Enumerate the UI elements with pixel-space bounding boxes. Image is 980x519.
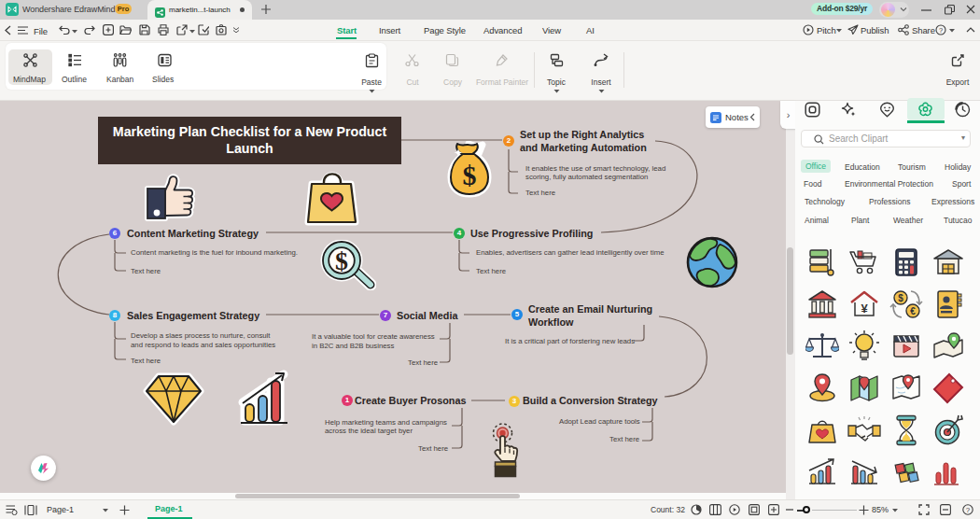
svg-text:¥: ¥ <box>861 302 868 316</box>
svg-text:$: $ <box>335 246 348 275</box>
svg-text:€: € <box>910 306 916 316</box>
svg-text:?: ? <box>966 506 971 514</box>
svg-text:$: $ <box>898 293 903 303</box>
svg-text:$: $ <box>463 160 477 190</box>
